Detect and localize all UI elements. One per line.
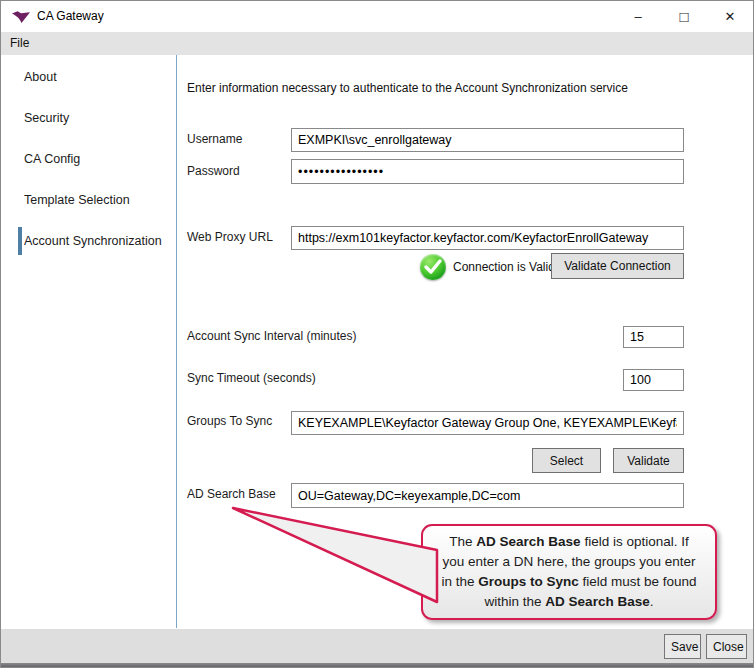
app-window: CA Gateway – □ ✕ File About Security CA … <box>0 0 754 668</box>
close-button-footer[interactable]: Close <box>706 634 747 659</box>
connection-status-text: Connection is Valid <box>453 254 555 280</box>
groups-to-sync-input[interactable] <box>291 411 684 435</box>
window-bottom-edge <box>1 663 753 668</box>
password-input[interactable] <box>291 159 684 184</box>
maximize-button[interactable]: □ <box>661 1 707 32</box>
validate-groups-button[interactable]: Validate <box>613 448 684 473</box>
sidebar-item-label: CA Config <box>24 152 80 166</box>
menu-file[interactable]: File <box>1 32 38 55</box>
web-proxy-url-label: Web Proxy URL <box>187 230 273 244</box>
username-label: Username <box>187 132 242 146</box>
groups-to-sync-label: Groups To Sync <box>187 414 272 428</box>
app-logo-icon <box>11 10 31 24</box>
validate-connection-button[interactable]: Validate Connection <box>551 253 684 279</box>
menu-bar: File <box>1 32 753 55</box>
sync-interval-label: Account Sync Interval (minutes) <box>187 329 356 343</box>
annotation-callout-pointer <box>226 499 441 609</box>
save-button[interactable]: Save <box>664 634 701 659</box>
sidebar-item-about[interactable]: About <box>1 61 176 93</box>
sync-interval-input[interactable] <box>623 326 684 348</box>
footer-bar <box>1 629 753 663</box>
connection-valid-icon <box>420 254 446 280</box>
instruction-text: Enter information necessary to authentic… <box>187 81 628 95</box>
annotation-callout-text: The AD Search Base field is optional. If… <box>428 532 710 612</box>
sidebar-divider <box>176 55 177 628</box>
sidebar-item-label: Security <box>24 111 69 125</box>
password-label: Password <box>187 164 240 178</box>
window-controls: – □ ✕ <box>615 1 753 32</box>
sidebar-item-label: Account Synchronization <box>24 234 162 248</box>
sync-timeout-label: Sync Timeout (seconds) <box>187 371 316 385</box>
select-groups-button[interactable]: Select <box>532 448 601 473</box>
username-input[interactable] <box>291 128 684 152</box>
sidebar-item-label: About <box>24 70 57 84</box>
sidebar-item-template-selection[interactable]: Template Selection <box>1 184 176 216</box>
web-proxy-url-input[interactable] <box>291 226 684 250</box>
sidebar-item-account-synchronization[interactable]: Account Synchronization <box>1 225 176 257</box>
sync-timeout-input[interactable] <box>623 369 684 391</box>
minimize-button[interactable]: – <box>615 1 661 32</box>
sidebar-item-label: Template Selection <box>24 193 130 207</box>
title-bar: CA Gateway – □ ✕ <box>1 1 753 32</box>
sidebar-item-security[interactable]: Security <box>1 102 176 134</box>
window-title: CA Gateway <box>37 1 104 32</box>
selected-item-accent-bar <box>18 227 22 255</box>
sidebar-item-ca-config[interactable]: CA Config <box>1 143 176 175</box>
close-button[interactable]: ✕ <box>707 1 753 32</box>
